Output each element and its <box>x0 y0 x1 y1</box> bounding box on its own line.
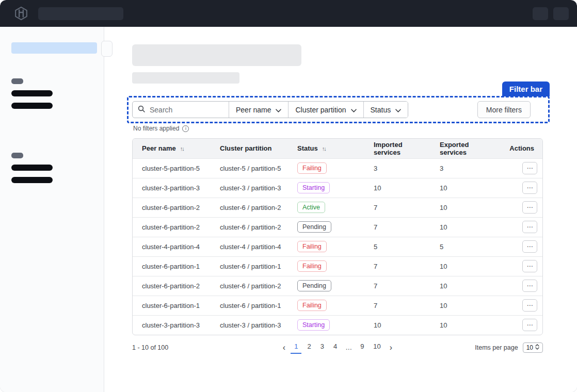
row-actions-button[interactable]: ⋯ <box>522 280 537 292</box>
app-window: Filter bar Peer name <box>0 0 577 392</box>
status-badge: Starting <box>297 319 330 331</box>
cell-imported: 7 <box>364 296 430 315</box>
dropdown-label: Cluster partition <box>295 106 346 114</box>
pagination-pages: ‹ 1 2 3 4 … 9 10 › <box>280 341 395 354</box>
filters-status: No filters applied i <box>133 125 189 132</box>
page-number-10[interactable]: 10 <box>370 341 384 354</box>
cell-exported: 10 <box>430 217 497 237</box>
page-number-3[interactable]: 3 <box>317 341 328 354</box>
dropdown-label: Peer name <box>236 106 271 114</box>
cell-cluster-partition: cluster-6 / partition-2 <box>211 276 288 296</box>
table-row: cluster-4-partition-4 cluster-4 / partit… <box>133 237 543 256</box>
ellipsis-icon: ⋯ <box>527 282 533 289</box>
dropdown-peer-name[interactable]: Peer name <box>229 102 288 118</box>
items-per-page-label: Items per page <box>475 344 518 351</box>
cell-exported: 10 <box>430 315 497 335</box>
hashicorp-logo-icon <box>13 6 29 21</box>
topbar-button-placeholder[interactable] <box>553 7 569 20</box>
chevron-right-icon[interactable]: › <box>387 344 395 352</box>
column-header-cluster-partition: Cluster partition <box>211 139 288 158</box>
page-number-9[interactable]: 9 <box>357 341 367 354</box>
filter-bar: Peer name Cluster partition Status <box>127 96 550 123</box>
cell-peer-name: cluster-3-partition-3 <box>133 315 211 335</box>
sidebar-nav-item-placeholder[interactable] <box>11 103 53 109</box>
table-header-row: Peer name↑↓ Cluster partition Status↑↓ I… <box>133 139 543 158</box>
cell-cluster-partition: cluster-5 / partition-5 <box>211 158 288 178</box>
page-number-4[interactable]: 4 <box>330 341 341 354</box>
status-badge: Failing <box>297 260 327 272</box>
row-actions-button[interactable]: ⋯ <box>522 221 537 233</box>
cell-imported: 10 <box>364 315 430 335</box>
cell-imported: 10 <box>364 178 430 198</box>
status-badge: Failing <box>297 241 327 252</box>
cell-peer-name: cluster-6-partition-1 <box>133 296 211 315</box>
table-row: cluster-6-partition-1 cluster-6 / partit… <box>133 296 543 315</box>
chevron-down-icon <box>395 106 401 114</box>
sidebar-nav-item-placeholder[interactable] <box>11 165 53 171</box>
filter-bar-annotation-label: Filter bar <box>502 81 550 96</box>
ellipsis-icon: ⋯ <box>527 204 533 211</box>
ellipsis-icon: ⋯ <box>527 165 533 172</box>
column-label: Cluster partition <box>220 144 271 152</box>
sidebar-nav-item-placeholder[interactable] <box>11 177 53 183</box>
sidebar-collapse-toggle[interactable] <box>101 41 113 57</box>
row-actions-button[interactable]: ⋯ <box>522 260 537 272</box>
app-body: Filter bar Peer name <box>0 27 577 392</box>
topbar-button-placeholder[interactable] <box>533 7 548 20</box>
column-header-peer-name[interactable]: Peer name↑↓ <box>133 139 211 158</box>
cell-exported: 10 <box>430 256 497 276</box>
page-title-placeholder <box>132 44 301 66</box>
items-per-page-value: 10 <box>526 344 533 351</box>
row-actions-button[interactable]: ⋯ <box>522 299 537 312</box>
status-badge: Active <box>297 202 325 213</box>
cell-exported: 10 <box>430 178 497 198</box>
page-number-1[interactable]: 1 <box>291 341 301 354</box>
up-down-chevron-icon <box>535 344 539 351</box>
pagination-range: 1 - 10 of 100 <box>132 344 280 351</box>
dropdown-cluster-partition[interactable]: Cluster partition <box>288 102 363 118</box>
cell-exported: 10 <box>430 198 497 217</box>
cell-imported: 3 <box>364 158 430 178</box>
search-input[interactable] <box>149 105 223 115</box>
peers-table: Peer name↑↓ Cluster partition Status↑↓ I… <box>132 138 543 335</box>
items-per-page-select[interactable]: 10 <box>523 342 543 353</box>
row-actions-button[interactable]: ⋯ <box>522 182 537 194</box>
sidebar-selected-item-placeholder[interactable] <box>11 42 97 54</box>
row-actions-button[interactable]: ⋯ <box>522 201 537 214</box>
global-search-placeholder[interactable] <box>38 7 123 20</box>
cell-cluster-partition: cluster-6 / partition-1 <box>211 256 288 276</box>
column-header-exported-services: Exported services <box>430 139 497 158</box>
cell-peer-name: cluster-6-partition-2 <box>133 198 211 217</box>
cell-imported: 7 <box>364 256 430 276</box>
cell-peer-name: cluster-4-partition-4 <box>133 237 211 256</box>
chevron-down-icon <box>351 106 357 114</box>
page-number-2[interactable]: 2 <box>303 341 314 354</box>
items-per-page: Items per page 10 <box>395 342 543 353</box>
chevron-left-icon[interactable]: ‹ <box>280 344 288 352</box>
row-actions-button[interactable]: ⋯ <box>522 240 537 253</box>
sidebar <box>0 27 104 392</box>
column-header-status[interactable]: Status↑↓ <box>288 139 364 158</box>
table-row: cluster-3-partition-3 cluster-3 / partit… <box>133 178 543 198</box>
row-actions-button[interactable]: ⋯ <box>522 162 537 174</box>
top-navigation-bar <box>0 0 577 27</box>
ellipsis-icon: ⋯ <box>527 302 533 309</box>
row-actions-button[interactable]: ⋯ <box>522 319 537 331</box>
status-badge: Failing <box>297 300 327 311</box>
cell-peer-name: cluster-6-partition-1 <box>133 256 211 276</box>
column-label: Actions <box>509 144 534 152</box>
dropdown-status[interactable]: Status <box>363 102 408 118</box>
cell-cluster-partition: cluster-6 / partition-2 <box>211 217 288 237</box>
table-row: cluster-6-partition-2 cluster-6 / partit… <box>133 217 543 237</box>
filters-status-text: No filters applied <box>133 125 179 132</box>
sort-icon[interactable]: ↑↓ <box>322 145 326 152</box>
cell-imported: 7 <box>364 198 430 217</box>
cell-peer-name: cluster-5-partition-5 <box>133 158 211 178</box>
info-icon[interactable]: i <box>182 125 189 132</box>
sidebar-nav-item-placeholder[interactable] <box>11 90 53 96</box>
column-label: Status <box>297 144 318 152</box>
sort-icon[interactable]: ↑↓ <box>180 145 184 152</box>
search-field[interactable] <box>133 102 229 118</box>
cell-exported: 5 <box>430 237 497 256</box>
more-filters-button[interactable]: More filters <box>477 101 531 118</box>
